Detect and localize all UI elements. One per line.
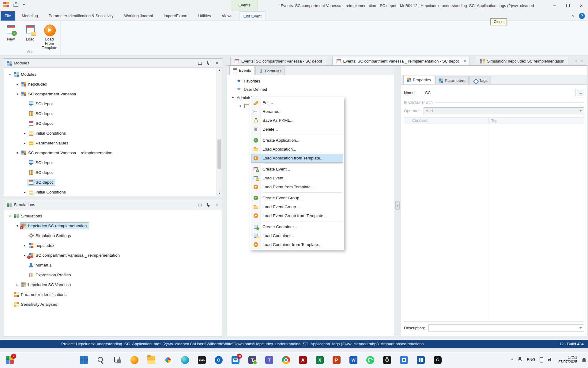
ribbon-tab-utilities[interactable]: Utilities: [194, 11, 215, 21]
tree-item-initial-conditions[interactable]: ▸Initial Conditions: [4, 128, 217, 138]
tree-item-parameter-values[interactable]: ▸Parameter Values: [4, 138, 217, 148]
menu-item-delete[interactable]: Delete...: [251, 125, 343, 134]
ribbon-tab-edit-event[interactable]: Edit Event: [239, 11, 266, 21]
taskbar-icon-photos-app[interactable]: [161, 353, 175, 367]
taskbar-icon-app-blue-1[interactable]: [397, 353, 411, 367]
expander-icon[interactable]: ▾: [14, 151, 20, 155]
close-panel-icon[interactable]: ×: [215, 61, 219, 65]
expander-icon[interactable]: ▸: [22, 254, 28, 257]
collapse-splitter-button[interactable]: ‹: [395, 201, 400, 210]
taskbar-icon-widgets[interactable]: 2: [3, 353, 17, 367]
language-indicator[interactable]: ENG: [527, 358, 535, 362]
hidden-icons-chevron-icon[interactable]: ^: [511, 358, 514, 362]
tree-item-sc-depot[interactable]: SC depot: [4, 99, 217, 109]
taskbar-icon-acrobat[interactable]: [296, 353, 310, 367]
tab-scroll-left-icon[interactable]: ‹: [575, 58, 577, 63]
taskbar-icon-dell[interactable]: [195, 353, 209, 367]
minimize-button[interactable]: [548, 0, 561, 11]
tree-item-sc-compartment-vanessa[interactable]: ▾SC compartment Vanessa: [4, 89, 217, 99]
menu-item-edit[interactable]: Edit...: [251, 98, 343, 107]
taskbar-icon-app-blue-2[interactable]: [414, 353, 428, 367]
taskbar-icon-search[interactable]: [94, 353, 107, 367]
modules-scrollbar[interactable]: ▲ ▼: [217, 68, 222, 196]
tree-item-sc-depot[interactable]: SC depot: [4, 177, 217, 187]
taskbar-icon-edge[interactable]: [178, 353, 192, 367]
tree-item-human-1[interactable]: human 1: [4, 260, 222, 270]
menu-item-load-event-from-template[interactable]: Load Event from Template...: [251, 182, 343, 191]
tree-item-expression-profiles[interactable]: Expression Profiles: [4, 270, 222, 280]
expander-icon[interactable]: ▾: [14, 224, 20, 228]
taskbar-icon-chrome[interactable]: [279, 353, 293, 367]
tree-item-parameter-identifications[interactable]: Parameter Identifications: [4, 289, 222, 299]
ribbon-tab-views[interactable]: Views: [218, 11, 236, 21]
menu-item-create-event[interactable]: Create Event...: [251, 165, 343, 174]
operator-select[interactable]: And: [424, 107, 584, 114]
scroll-up-icon[interactable]: ▲: [217, 68, 222, 73]
clock[interactable]: 17:51 27/07/2025: [558, 355, 577, 364]
expander-icon[interactable]: ▸: [22, 244, 28, 247]
ribbon-button-new[interactable]: New: [2, 23, 19, 51]
tree-item-initial-conditions[interactable]: ▸Initial Conditions: [4, 187, 217, 196]
taskbar-icon-teams[interactable]: [262, 353, 276, 367]
menu-item-load-container-from-template[interactable]: Load Container from Template...: [251, 240, 343, 249]
properties-tab-parameters[interactable]: Parameters: [435, 76, 469, 84]
taskbar-icon-excel[interactable]: [313, 353, 326, 367]
tree-item-sc-depot[interactable]: SC depot: [4, 118, 217, 128]
taskbar-icon-start[interactable]: [77, 353, 91, 367]
taskbar-icon-camera[interactable]: [380, 353, 394, 367]
document-tab-events-sc-compartment-vanessa-sc-depot[interactable]: Events: SC compartment Vanessa - SC depo…: [230, 57, 326, 65]
tree-item-favorites[interactable]: Favorites: [227, 77, 394, 85]
contextual-tab-events[interactable]: Events: [231, 0, 258, 10]
name-ellipsis-button[interactable]: ...: [577, 89, 584, 96]
tree-item-user-defined[interactable]: User Defined: [227, 85, 394, 94]
menu-item-rename[interactable]: Rename...: [251, 107, 343, 116]
menu-item-create-application[interactable]: Create Application...: [251, 136, 343, 145]
menu-item-load-event-group-from-template[interactable]: Load Event Group from Template...: [251, 211, 343, 220]
close-panel-icon[interactable]: ×: [215, 202, 219, 207]
restore-panel-icon[interactable]: [198, 61, 202, 65]
taskbar-icon-whatsapp[interactable]: [364, 353, 377, 367]
save-icon[interactable]: [13, 2, 19, 8]
taskbar-icon-teams-classic[interactable]: [246, 353, 259, 367]
expander-icon[interactable]: ▾: [7, 73, 13, 76]
taskbar-icon-firefox[interactable]: [128, 353, 141, 367]
ribbon-tab-parameter-identification-sensitivity[interactable]: Parameter Identification & Sensitivity: [45, 11, 118, 21]
ribbon-button-load[interactable]: Load: [22, 23, 39, 51]
microphone-icon[interactable]: [518, 357, 522, 362]
description-input[interactable]: [428, 324, 584, 332]
expander-icon[interactable]: ▾: [237, 104, 243, 108]
expander-icon[interactable]: ▾: [7, 214, 13, 218]
menu-item-load-event-group[interactable]: Load Event Group...: [251, 202, 343, 211]
properties-tab-properties[interactable]: Properties: [403, 75, 434, 84]
tree-item-hepcludex-sc-vanessa[interactable]: ▸hepcludex SC Vanessa: [4, 280, 222, 289]
restore-panel-icon[interactable]: [198, 202, 202, 207]
tree-item-sensitivity-analyses[interactable]: Sensitivity Analyses: [4, 299, 222, 309]
ribbon-tab-working-journal[interactable]: Working Journal: [120, 11, 157, 21]
phone-link-icon[interactable]: [540, 357, 543, 362]
expander-icon[interactable]: ▸: [22, 132, 28, 135]
ribbon-tab-import-export[interactable]: Import/Export: [160, 11, 191, 21]
scroll-down-icon[interactable]: ▼: [217, 191, 222, 196]
ribbon-button-load-from-template[interactable]: Load From Template: [41, 23, 58, 51]
splitter[interactable]: ‹: [394, 66, 401, 336]
tree-item-sc-compartment-vanessa-reimplementation[interactable]: ▸!SC compartment Vanessa _ reimplementat…: [4, 250, 222, 260]
tree-item-sc-depot[interactable]: SC depot: [4, 109, 217, 118]
tree-item-hepcludex-sc-reimplementation[interactable]: ▾!hepcludex SC reimplementation: [4, 221, 222, 231]
close-button[interactable]: ×: [575, 0, 588, 11]
expander-icon[interactable]: ▾: [230, 96, 236, 99]
tree-item-simulations[interactable]: ▾Simulations: [4, 211, 222, 221]
taskbar-icon-task-view[interactable]: [111, 353, 124, 367]
menu-item-create-event-group[interactable]: Create Event Group...: [251, 194, 343, 202]
scrollbar-thumb[interactable]: [217, 140, 221, 169]
tree-item-sc-compartment-vanessa-reimplementation[interactable]: ▾SC compartment Vanessa _ reimplementati…: [4, 148, 217, 158]
expander-icon[interactable]: ▸: [22, 190, 28, 194]
menu-item-load-container[interactable]: Load Container...: [251, 231, 343, 240]
taskbar-icon-outlook[interactable]: [212, 353, 225, 367]
volume-icon[interactable]: [548, 357, 553, 362]
menu-item-save-as-pkml[interactable]: Save As PKML...: [251, 116, 343, 125]
expander-icon[interactable]: ▸: [14, 283, 20, 286]
notification-bell-icon[interactable]: [582, 357, 586, 362]
tree-item-simulation-settings[interactable]: Simulation Settings: [4, 231, 222, 240]
pin-panel-icon[interactable]: [206, 202, 211, 207]
help-icon[interactable]: ?: [579, 13, 585, 19]
